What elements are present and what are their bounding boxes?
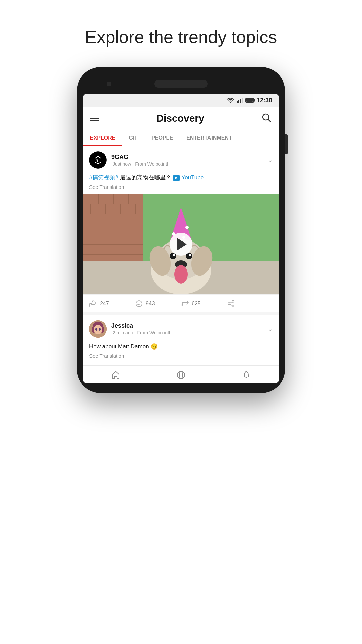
- nav-notifications[interactable]: [214, 370, 279, 380]
- comment-count-9gag: 943: [146, 301, 155, 307]
- svg-line-47: [230, 304, 232, 305]
- search-icon: [261, 113, 272, 123]
- page-heading: Explore the trendy topics: [85, 27, 277, 47]
- see-translation-9gag[interactable]: See Translation: [89, 184, 273, 190]
- svg-point-57: [100, 329, 100, 329]
- hashtag-9gag: #搞笑视频#: [89, 174, 118, 181]
- jessica-avatar-svg: [89, 320, 107, 338]
- status-icons: 12:30: [227, 97, 272, 104]
- comment-button-9gag[interactable]: 943: [135, 300, 181, 308]
- post-source-jessica: From Weibo.intl: [137, 330, 170, 335]
- hamburger-line-3: [90, 120, 99, 121]
- avatar-jessica: [89, 320, 107, 338]
- post-header-jessica: Jessica 2 min ago From Weibo.intl ⌄: [83, 315, 279, 341]
- chevron-down-jessica[interactable]: ⌄: [268, 325, 273, 333]
- like-button-9gag[interactable]: 247: [89, 300, 135, 308]
- bottom-nav: [83, 365, 279, 383]
- svg-point-41: [189, 254, 191, 256]
- nav-home[interactable]: [83, 370, 148, 380]
- post-meta-jessica: Jessica 2 min ago From Weibo.intl: [111, 322, 268, 335]
- svg-point-46: [232, 305, 234, 307]
- chevron-down-9gag[interactable]: ⌄: [268, 156, 273, 164]
- svg-rect-1: [238, 100, 239, 103]
- signal-icon: [237, 98, 243, 103]
- hamburger-line-1: [90, 116, 99, 116]
- home-icon: [111, 370, 120, 380]
- phone-frame: 12:30 Discovery EXPLORE GIF PEOPLE E: [77, 67, 285, 393]
- svg-point-55: [99, 328, 101, 331]
- phone-screen: 12:30 Discovery EXPLORE GIF PEOPLE E: [83, 94, 279, 383]
- post-card-9gag: 9 9GAG Just now From Weibo.intl ⌄: [83, 146, 279, 312]
- 9gag-logo: 9: [92, 154, 104, 166]
- tab-people[interactable]: PEOPLE: [144, 130, 180, 146]
- discover-icon: [176, 370, 186, 380]
- share-icon: [227, 300, 235, 308]
- post-body-jessica: How about Matt Damon 😏 See Translation: [83, 341, 279, 363]
- svg-rect-3: [242, 98, 243, 103]
- status-time: 12:30: [257, 97, 272, 104]
- post-time-jessica: 2 min ago: [113, 330, 133, 335]
- app-header: Discovery: [83, 107, 279, 130]
- repost-count-9gag: 625: [192, 301, 201, 307]
- see-translation-jessica[interactable]: See Translation: [89, 353, 273, 359]
- phone-speaker: [154, 80, 208, 88]
- hamburger-line-2: [90, 118, 99, 119]
- svg-point-45: [228, 303, 230, 305]
- avatar-9gag: 9: [89, 151, 107, 169]
- phone-side-button: [285, 134, 288, 154]
- svg-text:9: 9: [96, 158, 98, 162]
- svg-rect-0: [237, 101, 238, 103]
- post-meta-9gag: 9GAG Just now From Weibo.intl: [111, 154, 268, 167]
- svg-point-40: [173, 254, 175, 256]
- post-actions-9gag: 247 943: [83, 294, 279, 312]
- battery-icon: [245, 98, 254, 103]
- wifi-icon: [227, 98, 234, 103]
- nav-discover[interactable]: [148, 370, 214, 380]
- post-time-9gag: Just now: [113, 161, 131, 167]
- post-text-9gag: #搞笑视频# 最逗的宠物在哪里？ YouTube: [89, 173, 273, 182]
- svg-point-53: [94, 325, 102, 334]
- youtube-icon: [173, 175, 180, 181]
- play-button[interactable]: [170, 233, 192, 256]
- post-body-9gag: #搞笑视频# 最逗的宠物在哪里？ YouTube See Translation: [83, 172, 279, 194]
- post-text-jessica: How about Matt Damon 😏: [89, 342, 273, 351]
- play-triangle: [177, 238, 187, 250]
- phone-top-bar: [83, 74, 279, 94]
- svg-point-28: [185, 226, 189, 229]
- svg-point-44: [232, 300, 234, 302]
- post-header-9gag: 9 9GAG Just now From Weibo.intl ⌄: [83, 146, 279, 172]
- svg-line-48: [230, 302, 232, 303]
- tab-gif[interactable]: GIF: [122, 130, 144, 146]
- svg-point-42: [136, 301, 142, 307]
- like-count-9gag: 247: [100, 301, 109, 307]
- feed-content: 9 9GAG Just now From Weibo.intl ⌄: [83, 146, 279, 363]
- status-bar: 12:30: [83, 94, 279, 107]
- video-thumbnail-9gag[interactable]: [83, 194, 279, 294]
- repost-button-9gag[interactable]: 625: [181, 300, 227, 308]
- app-title: Discovery: [156, 113, 204, 124]
- svg-line-5: [268, 119, 270, 122]
- bell-icon: [242, 370, 251, 380]
- tab-entertainment[interactable]: ENTERTAINMENT: [180, 130, 239, 146]
- svg-point-56: [96, 329, 97, 329]
- svg-rect-43: [182, 302, 187, 305]
- post-subtitle-jessica: 2 min ago From Weibo.intl: [111, 330, 268, 335]
- youtube-link[interactable]: YouTube: [181, 174, 204, 181]
- phone-camera: [107, 82, 111, 86]
- like-icon: [89, 300, 97, 308]
- repost-icon: [181, 300, 189, 308]
- search-button[interactable]: [261, 113, 272, 124]
- svg-rect-2: [240, 99, 241, 103]
- post-subtitle-9gag: Just now From Weibo.intl: [111, 161, 268, 167]
- post-source-9gag: From Weibo.intl: [135, 161, 168, 167]
- share-button-9gag[interactable]: [227, 300, 273, 308]
- tab-explore[interactable]: EXPLORE: [83, 130, 122, 146]
- post-author-jessica: Jessica: [111, 322, 268, 329]
- tabs-bar: EXPLORE GIF PEOPLE ENTERTAINMENT: [83, 130, 279, 146]
- comment-icon: [135, 300, 143, 308]
- post-body-text-9gag: 最逗的宠物在哪里？: [118, 174, 171, 181]
- post-card-jessica: Jessica 2 min ago From Weibo.intl ⌄ How …: [83, 315, 279, 363]
- hamburger-icon[interactable]: [90, 116, 99, 121]
- svg-point-54: [95, 328, 97, 331]
- post-author-9gag: 9GAG: [111, 154, 268, 161]
